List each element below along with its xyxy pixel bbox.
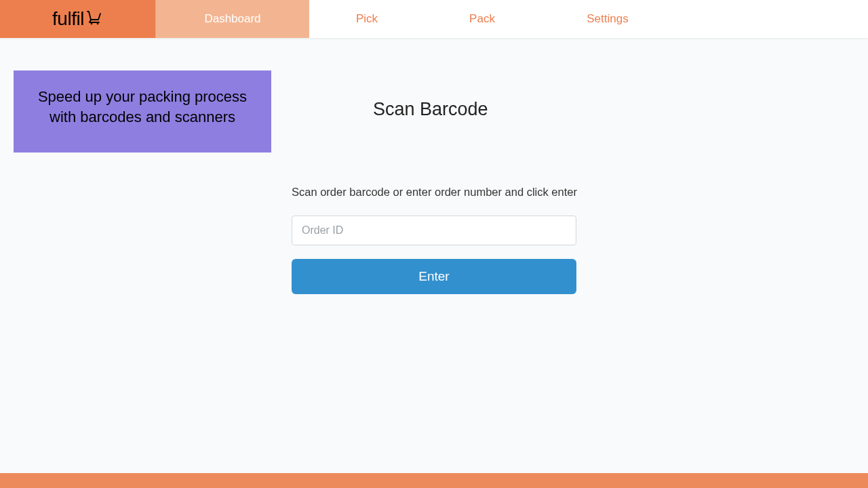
nav-tab-settings[interactable]: Settings — [540, 0, 675, 38]
brand-logo[interactable]: fulfil — [0, 0, 156, 38]
nav-tab-pack[interactable]: Pack — [425, 0, 540, 38]
svg-point-0 — [91, 23, 93, 25]
scan-title: Scan Barcode — [373, 99, 590, 120]
brand-logo-text: fulfil — [52, 8, 103, 30]
nav-tab-dashboard[interactable]: Dashboard — [156, 0, 309, 38]
order-id-input[interactable] — [292, 216, 576, 245]
scan-panel: Scan Barcode Scan order barcode or enter… — [292, 70, 590, 294]
page-footer — [0, 473, 868, 488]
scan-instruction: Scan order barcode or enter order number… — [292, 182, 590, 202]
nav-label: Dashboard — [204, 12, 260, 26]
nav-label: Settings — [587, 12, 628, 26]
page-content: Speed up your packing process with barco… — [0, 38, 868, 294]
nav-tab-pick[interactable]: Pick — [309, 0, 425, 38]
svg-point-1 — [97, 23, 99, 25]
promo-banner: Speed up your packing process with barco… — [14, 70, 271, 152]
promo-text: Speed up your packing process with barco… — [26, 87, 259, 127]
nav-label: Pick — [356, 12, 378, 26]
top-navbar: fulfil Dashboard Pick Pack Settings — [0, 0, 868, 38]
enter-button[interactable]: Enter — [292, 259, 576, 294]
brand-name: fulfil — [52, 8, 84, 30]
cart-icon — [85, 8, 103, 30]
nav-label: Pack — [469, 12, 495, 26]
